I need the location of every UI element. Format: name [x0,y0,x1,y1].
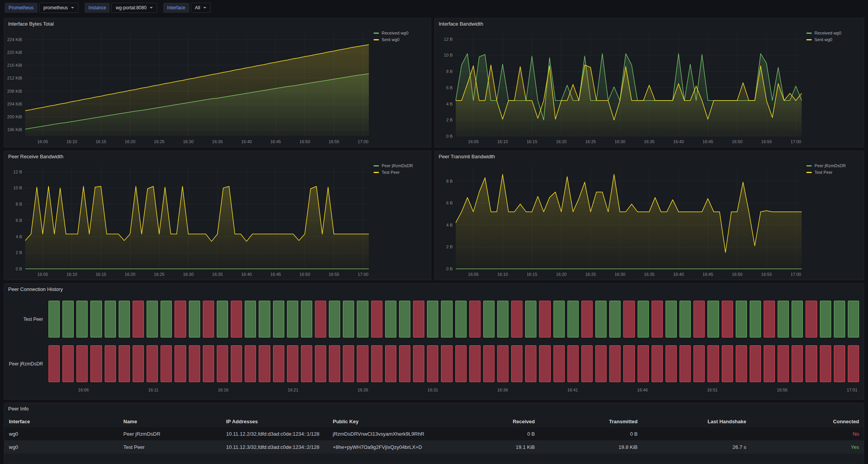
status-block-connected[interactable] [483,301,495,338]
status-block-disconnected[interactable] [161,345,172,382]
status-block-disconnected[interactable] [595,345,607,382]
column-header-ip-addresses[interactable]: IP Addresses [221,419,328,424]
status-block-disconnected[interactable] [778,345,789,382]
status-block-disconnected[interactable] [189,345,200,382]
status-block-disconnected[interactable] [427,345,438,382]
status-block-connected[interactable] [567,301,579,338]
legend-item-peer-jrzmdsdr[interactable]: Peer jRzmDsDR [806,163,861,168]
status-block-disconnected[interactable] [792,345,803,382]
status-block-disconnected[interactable] [750,345,761,382]
status-block-disconnected[interactable] [259,345,270,382]
status-block-disconnected[interactable] [231,301,242,338]
legend-item-sent-wg0[interactable]: Sent wg0 [806,37,861,42]
status-block-disconnected[interactable] [623,301,635,338]
status-block-connected[interactable] [609,301,621,338]
status-block-connected[interactable] [778,301,789,338]
status-block-connected[interactable] [707,301,719,338]
status-block-disconnected[interactable] [147,345,158,382]
status-block-disconnected[interactable] [231,345,242,382]
status-block-disconnected[interactable] [736,345,747,382]
status-block-disconnected[interactable] [217,345,228,382]
status-block-connected[interactable] [301,301,312,338]
column-header-connected[interactable]: Connected [751,419,864,424]
legend-item-peer-jrzmdsdr[interactable]: Peer jRzmDsDR [373,163,428,168]
status-block-disconnected[interactable] [680,345,691,382]
status-block-disconnected[interactable] [806,301,817,338]
status-block-disconnected[interactable] [806,345,817,382]
status-block-connected[interactable] [105,301,116,338]
panel-title[interactable]: Peer Transmit Bandwidth [435,151,864,162]
status-block-connected[interactable] [455,301,467,338]
status-block-disconnected[interactable] [511,345,522,382]
status-block-connected[interactable] [273,301,284,338]
status-block-disconnected[interactable] [483,345,495,382]
legend-item-test-peer[interactable]: Test Peer [806,170,861,175]
status-block-disconnected[interactable] [848,345,859,382]
status-block-disconnected[interactable] [764,301,775,338]
status-block-disconnected[interactable] [105,345,116,382]
status-block-disconnected[interactable] [413,345,424,382]
status-block-disconnected[interactable] [581,345,593,382]
panel-title[interactable]: Peer Info [4,403,864,414]
column-header-public-key[interactable]: Public Key [328,419,437,424]
status-block-disconnected[interactable] [722,345,733,382]
status-block-disconnected[interactable] [399,345,410,382]
var-select-prometheus[interactable]: prometheus [39,3,78,13]
status-block-disconnected[interactable] [525,345,536,382]
status-block-connected[interactable] [497,301,508,338]
status-block-disconnected[interactable] [764,345,775,382]
status-block-disconnected[interactable] [273,345,284,382]
timeseries-chart-peer-receive[interactable]: 16:0516:1016:1516:2016:2516:3016:3516:40… [4,162,372,279]
status-block-connected[interactable] [329,301,340,338]
status-block-connected[interactable] [189,301,200,338]
status-block-disconnected[interactable] [511,301,522,338]
status-block-disconnected[interactable] [119,345,130,382]
status-block-disconnected[interactable] [722,301,733,338]
status-block-disconnected[interactable] [469,301,481,338]
timeseries-chart-bytes-total[interactable]: 16:0516:1016:1516:2016:2516:3016:3516:40… [4,29,372,146]
status-block-disconnected[interactable] [357,345,368,382]
column-header-received[interactable]: Received [437,419,539,424]
status-block-disconnected[interactable] [638,345,649,382]
column-header-interface[interactable]: Interface [4,419,119,424]
status-block-disconnected[interactable] [76,345,88,382]
status-block-connected[interactable] [638,301,649,338]
status-block-disconnected[interactable] [343,345,354,382]
status-block-connected[interactable] [287,301,298,338]
status-block-connected[interactable] [680,301,691,338]
status-block-connected[interactable] [750,301,761,338]
legend-item-received-wg0[interactable]: Received wg0 [373,31,428,35]
status-block-disconnected[interactable] [203,301,214,338]
status-block-disconnected[interactable] [820,345,831,382]
status-block-disconnected[interactable] [133,301,144,338]
status-block-disconnected[interactable] [371,345,382,382]
status-block-connected[interactable] [259,301,270,338]
status-block-connected[interactable] [820,301,831,338]
status-block-disconnected[interactable] [609,345,621,382]
status-block-disconnected[interactable] [48,345,60,382]
status-block-connected[interactable] [441,301,452,338]
status-block-disconnected[interactable] [385,345,396,382]
status-block-connected[interactable] [90,301,102,338]
status-block-disconnected[interactable] [623,345,635,382]
status-block-connected[interactable] [119,301,130,338]
status-block-disconnected[interactable] [693,345,705,382]
legend-item-received-wg0[interactable]: Received wg0 [806,31,861,35]
panel-title[interactable]: Peer Receive Bandwidth [4,151,431,162]
timeseries-chart-peer-transmit[interactable]: 16:0516:1016:1516:2016:2516:3016:3516:40… [435,162,805,279]
status-block-disconnected[interactable] [62,345,74,382]
status-block-disconnected[interactable] [834,345,845,382]
status-block-disconnected[interactable] [652,301,663,338]
status-block-disconnected[interactable] [707,345,719,382]
status-block-connected[interactable] [525,301,536,338]
panel-title[interactable]: Interface Bandwidth [435,18,864,29]
status-block-connected[interactable] [595,301,607,338]
panel-title[interactable]: Peer Connection History [4,284,864,294]
status-block-disconnected[interactable] [203,345,214,382]
status-block-disconnected[interactable] [371,301,382,338]
status-block-disconnected[interactable] [455,345,467,382]
status-block-connected[interactable] [217,301,228,338]
status-block-connected[interactable] [357,301,368,338]
column-header-transmitted[interactable]: Transmitted [539,419,642,424]
status-block-connected[interactable] [553,301,565,338]
